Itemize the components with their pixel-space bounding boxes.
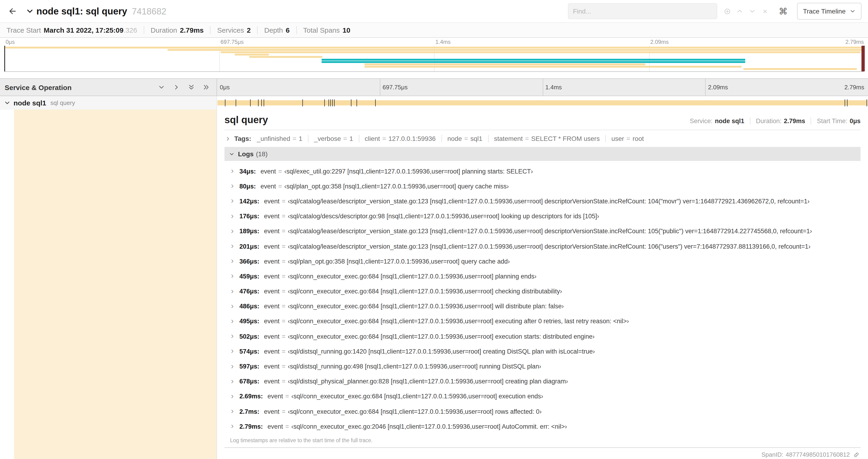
trace-summary-bar: Trace Start March 31 2022, 17:25:09 .326…: [0, 22, 868, 38]
tag-value: root: [632, 135, 644, 142]
log-key: event: [264, 273, 280, 280]
minimap-right-scrubber[interactable]: [862, 46, 865, 71]
minimap-span-row: [4, 68, 864, 70]
log-equals: =: [278, 183, 282, 190]
span-meta-item: Service: node sql1: [690, 118, 744, 125]
span-bar-cell[interactable]: [217, 96, 868, 110]
log-row[interactable]: 2.69ms: event = ‹sql/conn_executor_exec.…: [230, 389, 861, 404]
tag-equals: =: [464, 135, 468, 142]
log-row[interactable]: 201μs: event = ‹sql/catalog/lease/descri…: [230, 239, 861, 254]
log-timestamp: 176μs:: [239, 213, 259, 220]
log-row[interactable]: 574μs: event = ‹sql/distsql_running.go:1…: [230, 344, 861, 359]
back-button[interactable]: [5, 3, 21, 19]
log-timestamp: 366μs:: [239, 258, 259, 265]
minimap-span-row: [4, 49, 864, 51]
log-row[interactable]: 678μs: event = ‹sql/distsql_physical_pla…: [230, 374, 861, 389]
arrow-left-icon: [8, 6, 17, 16]
minimap-span-bar: [4, 47, 864, 48]
expand-all-double-chevron-right-icon[interactable]: [203, 84, 210, 91]
focus-match-button[interactable]: [721, 4, 733, 18]
collapse-trace-chevron[interactable]: [26, 7, 34, 15]
log-row[interactable]: 597μs: event = ‹sql/distsql_running.go:4…: [230, 359, 861, 374]
log-equals: =: [282, 303, 286, 310]
span-name-cell[interactable]: node sql1 sql query: [0, 96, 217, 110]
log-equals: =: [282, 333, 286, 340]
tag-equals: =: [343, 135, 347, 142]
prev-match-button[interactable]: [733, 4, 746, 18]
chevron-right-icon: [230, 424, 235, 429]
log-key: event: [264, 198, 280, 205]
log-equals: =: [282, 243, 286, 250]
minimap-axis-label: 0μs: [4, 39, 15, 45]
link-icon[interactable]: [853, 452, 860, 458]
clear-find-button[interactable]: [758, 4, 771, 18]
circle-plus-icon: [723, 8, 731, 15]
expand-one-chevron-right-icon[interactable]: [173, 84, 180, 91]
log-row[interactable]: 366μs: event = ‹sql/plan_opt.go:358 [nsq…: [230, 254, 861, 269]
span-duration-bar[interactable]: [217, 100, 868, 105]
span-meta-item: Start Time: 0μs: [811, 118, 861, 125]
tag-key: node: [447, 135, 462, 142]
minimap-canvas[interactable]: [4, 46, 864, 72]
chevron-down-icon: [850, 8, 856, 14]
log-value: ‹sql/catalog/lease/descriptor_version_st…: [288, 243, 810, 250]
log-row[interactable]: 2.79ms: event = ‹sql/conn_executor_exec.…: [230, 419, 861, 434]
log-value: ‹sql/exec_util.go:2297 [nsql1,client=127…: [284, 168, 533, 175]
collapse-controls: [158, 84, 212, 91]
trace-summary-item: Duration 2.79ms: [144, 26, 204, 34]
top-bar-actions: ⌘ Trace Timeline: [568, 3, 862, 20]
log-row[interactable]: 80μs: event = ‹sql/plan_opt.go:358 [nsql…: [230, 179, 861, 194]
find-input[interactable]: [568, 3, 717, 19]
log-value: ‹sql/distsql_physical_planner.go:828 [ns…: [288, 378, 568, 385]
log-row[interactable]: 476μs: event = ‹sql/conn_executor_exec.g…: [230, 284, 861, 299]
log-timestamp: 678μs:: [239, 378, 259, 385]
collapse-one-chevron-down-icon[interactable]: [158, 84, 165, 91]
log-key: event: [260, 168, 276, 175]
timeline-axis-gridline: [542, 79, 543, 96]
tags-accordion[interactable]: Tags: _unfinished = 1 _verbose = 1: [224, 130, 861, 147]
timeline-axis-label: 2.09ms: [705, 84, 728, 91]
log-equals: =: [282, 378, 286, 385]
chevron-right-icon: [230, 229, 235, 234]
log-value: ‹sql/conn_executor_exec.go:684 [nsql1,cl…: [291, 393, 543, 400]
next-match-button[interactable]: [746, 4, 758, 18]
minimap-span-row: [4, 51, 864, 53]
logs-accordion-header[interactable]: Logs (18): [224, 147, 861, 161]
summary-value: 2.79ms: [180, 26, 204, 34]
log-row[interactable]: 495μs: event = ‹sql/conn_executor_exec.g…: [230, 314, 861, 329]
log-timestamp: 574μs:: [239, 348, 259, 355]
log-row[interactable]: 459μs: event = ‹sql/conn_executor_exec.g…: [230, 269, 861, 284]
log-row[interactable]: 486μs: event = ‹sql/conn_executor_exec.g…: [230, 299, 861, 314]
log-equals: =: [278, 168, 282, 175]
tag-key: _unfinished: [257, 135, 290, 142]
chevron-right-icon: [230, 304, 235, 309]
chevron-right-icon: [230, 274, 235, 279]
log-row[interactable]: 2.7ms: event = ‹sql/conn_executor_exec.g…: [230, 404, 861, 419]
trace-summary-item: Depth 6: [257, 26, 290, 34]
log-row[interactable]: 502μs: event = ‹sql/conn_executor_exec.g…: [230, 329, 861, 344]
minimap-left-scrubber[interactable]: [4, 46, 5, 71]
timeline-axis-gridline: [705, 79, 706, 96]
minimap-axis-end-label: 2.79ms: [845, 39, 864, 47]
chevron-down-icon: [26, 7, 34, 15]
tag-item: statement = SELECT * FROM users: [488, 135, 600, 142]
logs-label: Logs: [238, 150, 254, 158]
log-key: event: [268, 423, 283, 430]
span-collapse-chevron-down-icon[interactable]: [4, 100, 10, 106]
log-equals: =: [282, 318, 286, 325]
summary-value: 2: [247, 26, 251, 34]
summary-label: Services: [217, 26, 244, 34]
chevron-right-icon: [230, 214, 235, 219]
log-timestamp: 476μs:: [239, 288, 259, 295]
chevron-right-icon: [230, 244, 235, 249]
log-key: event: [264, 363, 280, 370]
trace-view-selector[interactable]: Trace Timeline: [797, 3, 862, 20]
log-row[interactable]: 34μs: event = ‹sql/exec_util.go:2297 [ns…: [230, 164, 861, 179]
log-row[interactable]: 142μs: event = ‹sql/catalog/lease/descri…: [230, 194, 861, 209]
service-operation-header: Service & Operation: [0, 79, 217, 96]
keyboard-shortcuts-button[interactable]: ⌘: [779, 6, 787, 17]
chevron-right-icon: [230, 184, 235, 189]
log-row[interactable]: 176μs: event = ‹sql/catalog/descs/descri…: [230, 209, 861, 224]
log-row[interactable]: 189μs: event = ‹sql/catalog/lease/descri…: [230, 224, 861, 239]
collapse-all-double-chevron-down-icon[interactable]: [188, 84, 195, 91]
